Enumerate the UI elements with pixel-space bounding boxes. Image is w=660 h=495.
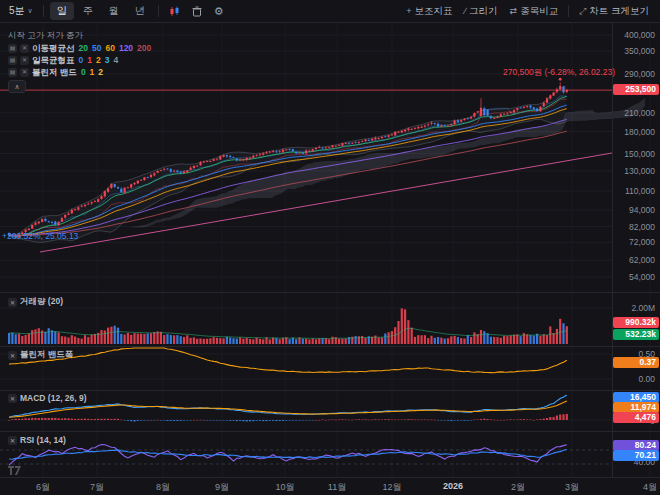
button-label: 보조지표 [415,5,453,18]
x-axis-label: 3월 [565,481,579,494]
x-axis-label: 4월 [643,481,657,494]
volume-axis-label: 2.00M [613,303,658,313]
tab-monthly[interactable]: 월 [102,2,126,20]
bbw-close-icon[interactable]: ✕ [8,351,17,360]
pencil-icon: ∕ [465,6,467,16]
bbw-pane-label: 볼린저 밴드폭 [20,349,73,361]
delete-drawings-button[interactable] [189,3,205,19]
plus-icon: + [406,6,411,16]
high-point-annotation: 270,500원 (-6.28%, 26.02.23) [484,67,634,79]
legend-param: 4 [113,54,118,66]
x-axis-label: 2026 [443,481,463,491]
legend-param: 2 [98,66,103,78]
toolbar-right: +보조지표∕그리기⇄종목비교⤢차트 크게보기 [400,3,655,20]
legend-row: ▤✕볼린저 밴드012 [8,66,152,78]
price-axis-tick: 400,000 [613,30,658,40]
gear-icon: ⚙ [214,5,224,18]
legend-param: 1 [90,66,95,78]
legend-param: 0 [79,54,84,66]
price-axis-tick: 72,000 [613,237,658,247]
price-axis-tick: 290,000 [613,69,658,79]
x-axis-label: 8월 [156,481,170,494]
tradingview-logo [8,466,22,475]
legend-label: 일목균형표 [32,54,75,66]
candle-style-button[interactable] [167,3,183,19]
legend-remove-icon[interactable]: ✕ [20,44,29,53]
expand-icon: ⤢ [579,6,586,17]
legend-param: 60 [105,42,114,54]
legend-row: ▤✕일목균형표01234 [8,54,152,66]
legend-param: 3 [105,54,110,66]
price-axis-tick: 350,000 [613,46,658,56]
timeframe-tabs: 일주월년 [50,2,152,20]
rsi-value-badge: 70.21 [613,450,659,461]
x-axis-label: 11월 [328,481,346,494]
macd-value-badge: 11,974 [613,402,659,413]
macd-close-icon[interactable]: ✕ [8,394,17,403]
tab-weekly[interactable]: 주 [76,2,100,20]
low-point-annotation: +206.52%, 25.05.13 [2,231,78,241]
draw-button[interactable]: ∕그리기 [459,3,504,20]
x-axis-label: 9월 [215,481,229,494]
legend-row: ▤✕이동평균선205060120200 [8,42,152,54]
macd-pane-title: ✕MACD (12, 26, 9) [8,393,87,403]
price-axis-tick: 62,000 [613,255,658,265]
x-axis-label: 6월 [36,481,50,494]
rsi-pane-label: RSI (14, 14) [20,435,66,445]
add-indicator-button[interactable]: +보조지표 [400,3,458,20]
compare-button[interactable]: ⇄종목비교 [504,3,565,20]
price-axis-tick: 54,000 [613,272,658,282]
legend-param: 120 [119,42,133,54]
volume-pane-title: ✕거래량 (20) [8,296,63,308]
legend-settings-icon[interactable]: ▤ [8,44,17,53]
x-axis-label: 7월 [90,481,104,494]
legend-param: 20 [79,42,88,54]
macd-value-badge: 4,476 [613,412,659,423]
bbw-value-badge: 0.37 [613,357,659,368]
rsi-pane-title: ✕RSI (14, 14) [8,435,66,445]
legend-label: 볼린저 밴드 [32,66,77,78]
candle-style-icon [169,6,180,17]
legend-settings-icon[interactable]: ▤ [8,68,17,77]
tab-yearly[interactable]: 년 [128,2,152,20]
chart-settings-button[interactable]: ⚙ [211,3,227,19]
button-label: 그리기 [469,5,498,18]
divider [568,5,569,17]
x-axis-label: 10월 [275,481,294,494]
button-label: 종목비교 [520,5,558,18]
price-axis-tick: 210,000 [613,108,658,118]
expand-chart-button[interactable]: ⤢차트 크게보기 [573,3,655,20]
volume-close-icon[interactable]: ✕ [8,298,17,307]
legend-param: 200 [137,42,151,54]
divider [158,5,159,17]
legend-param: 50 [92,42,101,54]
legend-param: 0 [81,66,86,78]
timeframe-dropdown[interactable]: 5분 ∨ [5,2,37,20]
volume-value-badge: 532.23k [613,329,659,340]
rsi-close-icon[interactable]: ✕ [8,436,17,445]
price-axis-tick: 82,000 [613,222,658,232]
legend-collapse-button[interactable]: ∧ [8,80,26,93]
bbw-axis-label: 0.00 [613,374,658,384]
bbw-pane-title: ✕볼린저 밴드폭 [8,349,73,361]
ohlc-header: 시작 고가 저가 종가 [8,29,152,41]
price-axis-tick: 150,000 [613,149,658,159]
legend-param: 2 [96,54,101,66]
volume-value-badge: 990.32k [613,317,659,328]
x-axis-label: 2월 [511,481,525,494]
button-label: 차트 크게보기 [589,5,649,18]
price-axis-tick: 110,000 [613,186,658,196]
macd-pane-label: MACD (12, 26, 9) [20,393,87,403]
chevron-down-icon: ∨ [28,7,33,15]
legend-remove-icon[interactable]: ✕ [20,56,29,65]
indicator-legend: 시작 고가 저가 종가 ▤✕이동평균선205060120200▤✕일목균형표01… [8,29,152,93]
tab-daily[interactable]: 일 [50,2,74,20]
current-price-badge: 253,500 [613,84,659,95]
legend-remove-icon[interactable]: ✕ [20,68,29,77]
price-axis-tick: 130,000 [613,166,658,176]
macd-value-badge: 16,450 [613,392,659,403]
price-axis-tick: 94,000 [613,205,658,215]
volume-pane-label: 거래량 (20) [20,296,63,308]
divider [43,5,44,17]
legend-settings-icon[interactable]: ▤ [8,56,17,65]
